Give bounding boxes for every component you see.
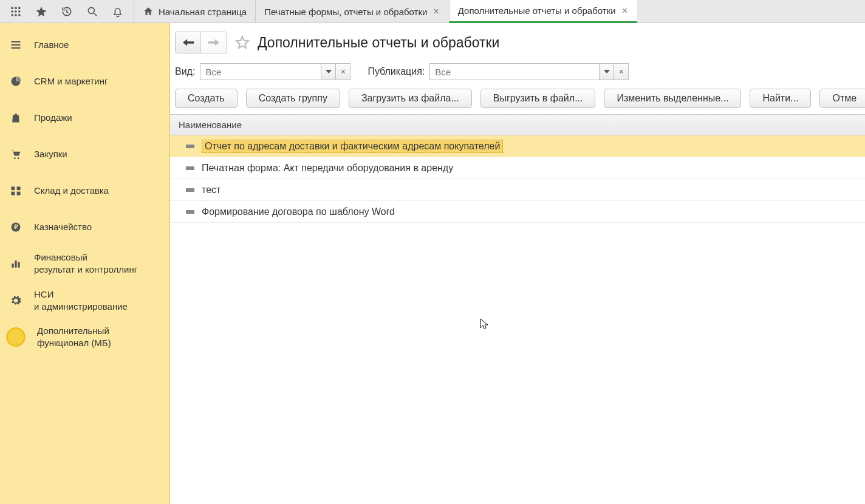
grid-icon (9, 185, 23, 197)
pub-control: × (429, 63, 629, 80)
svg-point-6 (11, 14, 13, 16)
close-icon[interactable]: × (621, 5, 629, 16)
svg-rect-20 (15, 261, 16, 268)
chevron-down-icon[interactable] (600, 63, 614, 80)
item-icon (186, 144, 194, 149)
gear-icon (9, 295, 23, 307)
sidebar-item-additional[interactable]: Дополнительный функционал (МБ) (0, 319, 169, 356)
svg-point-7 (15, 14, 17, 16)
svg-rect-24 (186, 188, 194, 192)
table-row[interactable]: Печатная форма: Акт передачи оборудовани… (170, 157, 865, 179)
clear-icon[interactable]: × (614, 63, 629, 80)
item-icon (186, 209, 194, 214)
pub-input[interactable] (429, 63, 600, 80)
svg-rect-13 (12, 186, 15, 190)
table: Наименование Отчет по адресам доставки и… (170, 114, 865, 223)
filters: Вид: × Публикация: × (170, 60, 865, 89)
sidebar-item-label: Продажи (34, 112, 72, 124)
bell-icon[interactable] (106, 0, 130, 23)
svg-point-9 (88, 7, 94, 13)
ruble-icon: ₽ (9, 221, 23, 233)
sidebar-item-label: CRM и маркетинг (34, 75, 108, 87)
search-icon[interactable] (80, 0, 104, 23)
item-icon (186, 166, 194, 171)
sidebar-item-finance[interactable]: Финансовый результат и контроллинг (0, 245, 169, 282)
svg-rect-14 (17, 186, 21, 190)
cancel-button[interactable]: Отме (819, 89, 865, 108)
pub-label: Публикация: (368, 66, 425, 77)
sidebar-item-main[interactable]: Главное (0, 27, 169, 63)
svg-rect-16 (17, 192, 21, 196)
back-button[interactable] (176, 32, 201, 53)
pie-chart-icon (9, 75, 23, 87)
svg-point-3 (11, 10, 13, 13)
svg-rect-19 (12, 264, 13, 268)
table-header[interactable]: Наименование (170, 115, 865, 135)
item-icon (186, 188, 194, 192)
sidebar-item-admin[interactable]: НСИ и администрирование (0, 282, 169, 319)
row-name: Печатная форма: Акт передачи оборудовани… (202, 163, 453, 174)
sidebar-item-label: Финансовый результат и контроллинг (34, 251, 137, 276)
row-name: Формирование договора по шаблону Word (202, 206, 395, 217)
svg-point-8 (18, 14, 21, 16)
page-title: Дополнительные отчеты и обработки (258, 35, 499, 51)
sidebar-item-label: Главное (34, 39, 69, 51)
table-row[interactable]: тест (170, 179, 865, 201)
main-content: Дополнительные отчеты и обработки Вид: ×… (170, 23, 865, 504)
tab-home[interactable]: Начальная страница (134, 0, 255, 23)
load-file-button[interactable]: Загрузить из файла... (349, 89, 472, 108)
edit-selected-button[interactable]: Изменить выделенные... (604, 89, 741, 108)
svg-point-0 (11, 7, 13, 9)
sidebar-item-treasury[interactable]: ₽ Казначейство (0, 209, 169, 245)
tab-print-forms[interactable]: Печатные формы, отчеты и обработки × (255, 0, 449, 23)
sidebar-item-crm[interactable]: CRM и маркетинг (0, 63, 169, 100)
sidebar-item-label: Закупки (34, 148, 67, 160)
action-bar: Создать Создать группу Загрузить из файл… (170, 89, 865, 114)
sidebar-item-label: НСИ и администрирование (34, 288, 128, 313)
vid-label: Вид: (175, 66, 195, 77)
svg-point-1 (15, 7, 17, 9)
sidebar-item-purchases[interactable]: Закупки (0, 136, 169, 172)
star-icon[interactable] (29, 0, 53, 23)
forward-button[interactable] (201, 32, 227, 53)
home-icon (143, 6, 154, 17)
quick-icons (0, 0, 134, 23)
svg-rect-21 (18, 262, 19, 268)
svg-point-11 (14, 157, 16, 159)
shopping-bag-icon (9, 112, 23, 124)
create-button[interactable]: Создать (175, 89, 238, 108)
close-icon[interactable]: × (432, 6, 440, 17)
create-group-button[interactable]: Создать группу (246, 89, 340, 108)
svg-rect-15 (12, 192, 15, 196)
apps-icon[interactable] (4, 0, 28, 23)
history-icon[interactable] (55, 0, 79, 23)
svg-text:₽: ₽ (14, 223, 18, 230)
chevron-down-icon[interactable] (321, 63, 336, 80)
svg-point-5 (18, 10, 21, 13)
svg-point-12 (18, 157, 19, 159)
tabs: Начальная страница Печатные формы, отчет… (134, 0, 637, 22)
row-name: Отчет по адресам доставки и фактическим … (202, 140, 503, 153)
clear-icon[interactable]: × (336, 63, 350, 80)
vid-input[interactable] (200, 63, 321, 80)
table-row[interactable]: Отчет по адресам доставки и фактическим … (170, 135, 865, 157)
table-row[interactable]: Формирование договора по шаблону Word (170, 201, 865, 223)
export-file-button[interactable]: Выгрузить в файл... (480, 89, 596, 108)
row-name: тест (202, 185, 221, 196)
favorite-button[interactable] (233, 33, 251, 52)
svg-rect-22 (186, 145, 194, 148)
sidebar-item-label: Дополнительный функционал (МБ) (37, 325, 111, 350)
sidebar-item-warehouse[interactable]: Склад и доставка (0, 172, 169, 209)
svg-point-4 (15, 10, 17, 13)
menu-icon (9, 39, 23, 51)
svg-rect-25 (186, 210, 194, 214)
bar-chart-icon (9, 257, 23, 270)
tab-additional-reports-label: Дополнительные отчеты и обработки (458, 5, 616, 16)
find-button[interactable]: Найти... (750, 89, 811, 108)
vid-control: × (200, 63, 350, 80)
cart-icon (9, 148, 23, 160)
sidebar-item-sales[interactable]: Продажи (0, 100, 169, 136)
main-header: Дополнительные отчеты и обработки (170, 23, 865, 60)
tab-home-label: Начальная страница (159, 7, 247, 17)
tab-additional-reports[interactable]: Дополнительные отчеты и обработки × (449, 0, 637, 23)
